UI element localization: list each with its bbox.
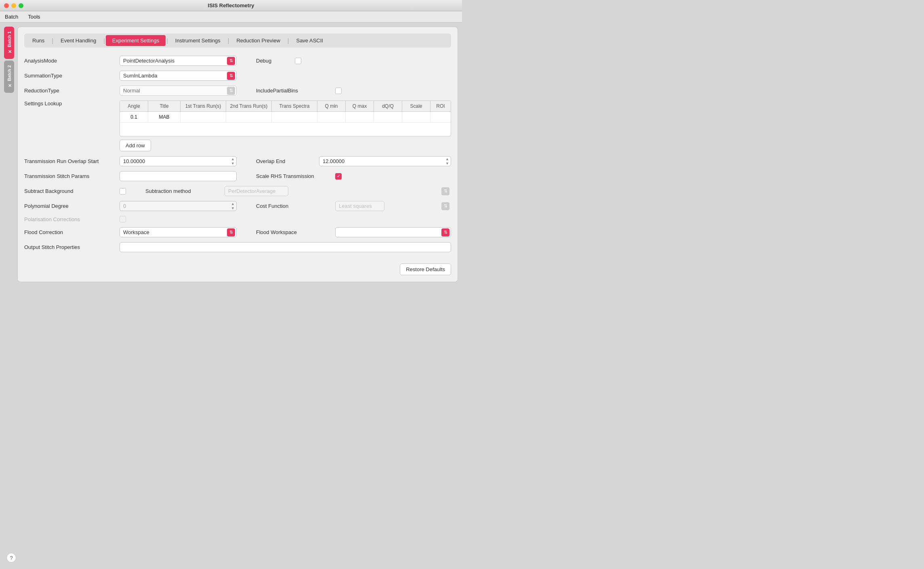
flood-correction-label: Flood Correction: [24, 229, 113, 235]
subtraction-method-select[interactable]: PerDetectorAverage: [225, 186, 288, 196]
polarisation-corrections-label: Polarisation Corrections: [24, 216, 113, 222]
output-stitch-row: Output Stitch Properties: [24, 242, 451, 252]
window-controls[interactable]: [4, 3, 23, 8]
subtract-background-checkbox[interactable]: [120, 188, 126, 195]
transmission-stitch-row: Transmission Stitch Params Scale RHS Tra…: [24, 171, 451, 181]
analysis-mode-select[interactable]: PointDetectorAnalysis: [120, 56, 237, 66]
batch1-x[interactable]: ✕: [6, 49, 12, 54]
flood-correction-select-wrapper: Workspace ⇅: [120, 227, 237, 237]
tab-sep-1: |: [52, 38, 53, 44]
transmission-overlap-row: Transmission Run Overlap Start ▲ ▼ Overl…: [24, 156, 451, 166]
menu-tools[interactable]: Tools: [26, 13, 42, 21]
overlap-start-up-arrow[interactable]: ▲: [230, 157, 236, 161]
polynomial-degree-down-arrow[interactable]: ▼: [230, 206, 236, 211]
th-trans1: 1st Trans Run(s): [181, 101, 226, 111]
th-roi: ROI: [430, 101, 451, 111]
bottom-row: Restore Defaults: [24, 260, 451, 275]
cost-function-select[interactable]: Least squares: [335, 201, 384, 211]
tab-reduction-preview[interactable]: Reduction Preview: [230, 35, 286, 46]
table-row[interactable]: 0.1 MAB: [120, 112, 451, 123]
th-angle: Angle: [120, 101, 148, 111]
polarisation-corrections-checkbox: [120, 216, 126, 222]
tab-instrument-settings[interactable]: Instrument Settings: [169, 35, 227, 46]
cost-function-wrapper: Least squares ⇅: [335, 201, 451, 211]
settings-table: Angle Title 1st Trans Run(s) 2nd Trans R…: [120, 100, 451, 136]
overlap-end-input[interactable]: [319, 156, 451, 166]
tab-save-ascii[interactable]: Save ASCII: [290, 35, 329, 46]
window-title: ISIS Reflectometry: [208, 2, 254, 8]
overlap-start-down-arrow[interactable]: ▼: [230, 161, 236, 166]
polynomial-degree-up-arrow[interactable]: ▲: [230, 202, 236, 206]
sidebar-item-batch2[interactable]: ✕ Batch 2: [4, 61, 14, 93]
content-panel: Runs | Event Handling | Experiment Setti…: [17, 27, 458, 282]
td-trans-spectra[interactable]: [272, 112, 317, 122]
transmission-stitch-params-input[interactable]: [120, 171, 237, 181]
polarisation-corrections-row: Polarisation Corrections: [24, 216, 451, 222]
add-row-button[interactable]: Add row: [120, 140, 151, 151]
tab-sep-5: |: [288, 38, 289, 44]
overlap-end-up-arrow[interactable]: ▲: [444, 157, 450, 161]
close-button[interactable]: [4, 3, 9, 8]
include-partial-bins-checkbox[interactable]: [335, 88, 342, 94]
tab-sep-2: |: [103, 38, 105, 44]
overlap-end-arrows: ▲ ▼: [444, 157, 450, 166]
title-bar: ISIS Reflectometry: [0, 0, 462, 11]
scale-rhs-checkbox[interactable]: [335, 173, 342, 180]
transmission-stitch-params-label: Transmission Stitch Params: [24, 173, 113, 179]
batch2-x[interactable]: ✕: [6, 83, 12, 88]
subtract-background-row: Subtract Background Subtraction method P…: [24, 186, 451, 196]
th-qmax: Q max: [346, 101, 374, 111]
subtraction-method-wrapper: PerDetectorAverage ⇅: [225, 186, 451, 196]
analysis-mode-select-wrapper: PointDetectorAnalysis ⇅: [120, 56, 237, 66]
batch1-label: Batch 1: [7, 31, 12, 48]
th-scale: Scale: [402, 101, 430, 111]
settings-lookup-label: Settings Lookup: [24, 100, 113, 107]
summation-type-select[interactable]: SumInLambda: [120, 71, 237, 81]
debug-checkbox[interactable]: [295, 58, 301, 64]
polynomial-degree-wrapper: ▲ ▼: [120, 201, 237, 211]
cost-function-label: Cost Function: [256, 203, 329, 209]
flood-workspace-select[interactable]: [335, 227, 451, 237]
transmission-overlap-start-input[interactable]: [120, 156, 237, 166]
td-roi[interactable]: [430, 112, 451, 122]
sidebar-item-batch1[interactable]: ✕ Batch 1: [4, 27, 14, 59]
th-title: Title: [148, 101, 181, 111]
transmission-overlap-start-wrapper: ▲ ▼: [120, 156, 237, 166]
td-dqq[interactable]: [374, 112, 402, 122]
flood-correction-select[interactable]: Workspace: [120, 227, 237, 237]
reduction-type-select[interactable]: Normal: [120, 86, 237, 96]
menu-batch[interactable]: Batch: [3, 13, 20, 21]
overlap-end-down-arrow[interactable]: ▼: [444, 161, 450, 166]
overlap-end-wrapper: ▲ ▼: [319, 156, 451, 166]
polynomial-degree-row: Polynomial Degree ▲ ▼ Cost Function Leas…: [24, 201, 451, 211]
flood-correction-row: Flood Correction Workspace ⇅ Flood Works…: [24, 227, 451, 237]
maximize-button[interactable]: [19, 3, 23, 8]
td-angle[interactable]: 0.1: [120, 112, 148, 122]
th-dqq: dQ/Q: [374, 101, 402, 111]
summation-type-row: SummationType SumInLambda ⇅: [24, 71, 451, 81]
scale-rhs-label: Scale RHS Transmission: [256, 173, 329, 179]
analysis-mode-label: AnalysisMode: [24, 58, 113, 64]
td-trans1[interactable]: [181, 112, 226, 122]
transmission-overlap-start-arrows: ▲ ▼: [230, 157, 236, 166]
reduction-type-select-wrapper: Normal ⇅: [120, 86, 237, 96]
tab-sep-4: |: [228, 38, 229, 44]
cost-function-arrow-icon: ⇅: [441, 202, 449, 210]
output-stitch-input[interactable]: [120, 242, 451, 252]
tab-runs[interactable]: Runs: [26, 35, 51, 46]
main-content: ✕ Batch 1 ✕ Batch 2 Runs | Event Handlin…: [0, 23, 462, 286]
td-qmin[interactable]: [317, 112, 346, 122]
td-scale[interactable]: [402, 112, 430, 122]
tab-experiment-settings[interactable]: Experiment Settings: [106, 35, 166, 46]
tab-event-handling[interactable]: Event Handling: [54, 35, 103, 46]
table-header: Angle Title 1st Trans Run(s) 2nd Trans R…: [120, 101, 451, 112]
minimize-button[interactable]: [11, 3, 16, 8]
sidebar: ✕ Batch 1 ✕ Batch 2: [4, 27, 14, 282]
td-qmax[interactable]: [346, 112, 374, 122]
td-trans2[interactable]: [226, 112, 272, 122]
td-title[interactable]: MAB: [148, 112, 181, 122]
restore-defaults-button[interactable]: Restore Defaults: [400, 264, 451, 275]
summation-type-select-wrapper: SumInLambda ⇅: [120, 71, 237, 81]
polynomial-degree-input[interactable]: [120, 201, 237, 211]
tab-sep-3: |: [166, 38, 168, 44]
